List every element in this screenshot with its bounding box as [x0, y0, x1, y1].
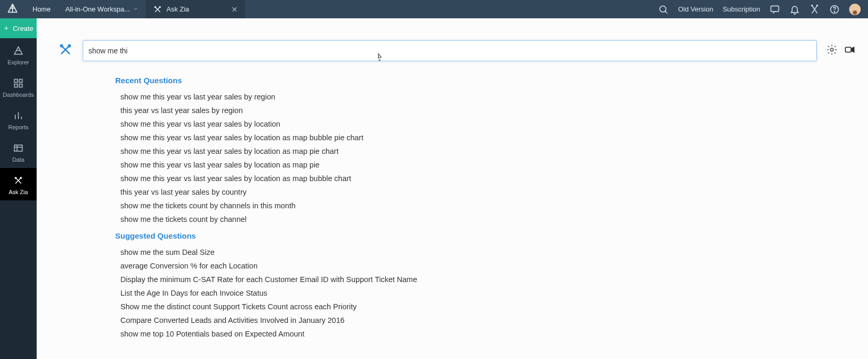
recent-question-item[interactable]: show me the tickets count by channels in…	[115, 199, 855, 212]
svg-rect-9	[19, 80, 23, 83]
tools-icon[interactable]	[809, 4, 820, 15]
svg-rect-18	[845, 47, 851, 52]
svg-rect-11	[19, 84, 23, 87]
recent-question-item[interactable]: show me this year vs last year sales by …	[115, 144, 855, 158]
questions-panel: Recent Questions show me this year vs la…	[115, 76, 855, 341]
workspace-label: All-in-One Workspa...	[65, 5, 130, 13]
sidebar-item-label: Explorer	[8, 59, 29, 65]
zia-icon	[153, 5, 162, 14]
recent-questions-title[interactable]: Recent Questions	[115, 76, 855, 85]
sidebar-item-ask-zia[interactable]: Ask Zia	[0, 168, 37, 200]
video-icon[interactable]	[844, 44, 855, 58]
recent-question-item[interactable]: show me this year vs last year sales by …	[115, 131, 855, 144]
svg-rect-10	[15, 84, 18, 87]
ask-zia-input[interactable]	[88, 47, 811, 55]
ask-input-wrap[interactable]	[83, 40, 817, 61]
suggested-question-item[interactable]: List the Age In Days for each Invoice St…	[115, 286, 855, 300]
recent-question-item[interactable]: this year vs last year sales by region	[115, 104, 855, 117]
nav-home[interactable]: Home	[25, 0, 58, 18]
recent-question-item[interactable]: this year vs last year sales by country	[115, 185, 855, 199]
sidebar-item-label: Ask Zia	[9, 189, 28, 195]
link-old-version[interactable]: Old Version	[678, 5, 713, 13]
suggested-question-item[interactable]: show me the sum Deal Size	[115, 245, 855, 259]
leftrail: Create Explorer Dashboards Reports Data …	[0, 18, 37, 359]
close-icon[interactable]: ✕	[231, 6, 238, 13]
svg-point-15	[61, 45, 63, 47]
avatar-head	[853, 10, 857, 15]
suggested-question-item[interactable]: Compare Converted Leads and Activities I…	[115, 313, 855, 327]
recent-question-item[interactable]: show me this year vs last year sales by …	[115, 117, 855, 131]
sidebar-item-label: Reports	[8, 124, 29, 130]
search-icon[interactable]	[658, 4, 669, 15]
workspace-dropdown[interactable]: All-in-One Workspa...	[58, 0, 146, 18]
link-subscription[interactable]: Subscription	[722, 5, 760, 13]
svg-point-0	[155, 6, 156, 7]
suggested-question-item[interactable]: Display the minimum C-SAT Rate for each …	[115, 273, 855, 286]
svg-rect-8	[15, 80, 18, 83]
recent-question-item[interactable]: show me the tickets count by channel	[115, 212, 855, 226]
svg-rect-3	[771, 6, 779, 12]
suggested-questions-list: show me the sum Deal Sizeaverage Convers…	[115, 245, 855, 341]
svg-point-1	[160, 6, 161, 7]
tab-ask-zia[interactable]: Ask Zia ✕	[146, 0, 245, 18]
ask-zia-tools	[826, 44, 855, 58]
main: Recent Questions show me this year vs la…	[37, 18, 868, 359]
ask-zia-row	[58, 40, 855, 61]
create-label: Create	[13, 25, 33, 32]
suggested-question-item[interactable]: Show me the distinct count Support Ticke…	[115, 300, 855, 313]
topbar-right: Old Version Subscription	[658, 0, 868, 18]
svg-point-17	[830, 48, 833, 51]
chat-icon[interactable]	[770, 4, 780, 15]
svg-point-2	[660, 6, 666, 12]
svg-point-14	[20, 177, 21, 178]
chevron-down-icon	[133, 5, 138, 13]
sidebar-item-dashboards[interactable]: Dashboards	[0, 71, 37, 103]
tab-label: Ask Zia	[166, 5, 189, 13]
recent-question-item[interactable]: show me this year vs last year sales by …	[115, 90, 855, 104]
sidebar-item-reports[interactable]: Reports	[0, 103, 37, 136]
recent-question-item[interactable]: show me this year vs last year sales by …	[115, 158, 855, 172]
suggested-question-item[interactable]: average Conversion % for each Location	[115, 259, 855, 273]
sidebar-item-explorer[interactable]: Explorer	[0, 38, 37, 71]
svg-rect-12	[15, 145, 23, 151]
sidebar-item-data[interactable]: Data	[0, 136, 37, 168]
sidebar-item-label: Dashboards	[3, 92, 34, 98]
topbar: Home All-in-One Workspa... Ask Zia ✕ Old…	[0, 0, 868, 18]
create-button[interactable]: Create	[0, 18, 37, 38]
nav-home-label: Home	[32, 5, 51, 13]
suggested-question-item[interactable]: show me top 10 Potentials based on Expec…	[115, 327, 855, 341]
bell-icon[interactable]	[789, 4, 800, 15]
recent-questions-list: show me this year vs last year sales by …	[115, 90, 855, 226]
gear-icon[interactable]	[826, 44, 838, 58]
zia-logo-icon	[58, 42, 73, 60]
sidebar-item-label: Data	[12, 156, 24, 163]
recent-question-item[interactable]: show me this year vs last year sales by …	[115, 172, 855, 185]
help-icon[interactable]	[829, 4, 840, 15]
avatar[interactable]	[849, 4, 861, 15]
svg-point-7	[834, 11, 834, 12]
logo-icon	[7, 3, 18, 16]
svg-point-16	[69, 45, 71, 47]
svg-point-13	[15, 177, 16, 178]
suggested-questions-title[interactable]: Suggested Questions	[115, 231, 855, 240]
app-logo[interactable]	[0, 0, 25, 18]
